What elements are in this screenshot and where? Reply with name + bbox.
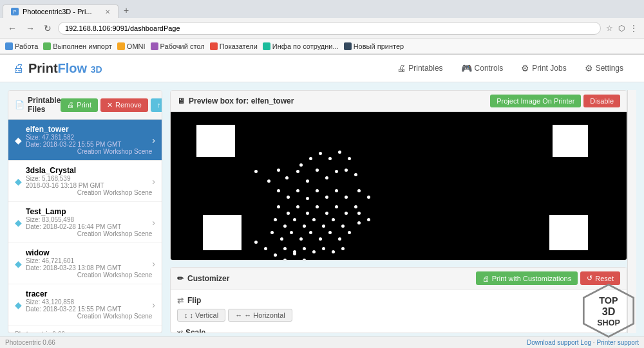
print-with-customizations-button[interactable]: 🖨 Print with Customizations — [476, 271, 578, 285]
bookmark-2[interactable]: Выполнен импорт — [43, 42, 112, 50]
flip-header: ⇄ Flip — [177, 296, 620, 305]
preview-dot — [367, 196, 370, 199]
preview-dot — [325, 196, 328, 199]
project-image-button[interactable]: Project Image On Printer — [490, 95, 581, 107]
file-item-4[interactable]: ◆ widow Size: 46,721,601 Date: 2018-03-2… — [8, 243, 162, 284]
menu-btn[interactable]: ⋮ — [629, 23, 639, 34]
file-name-2: 3dsla_Crystal — [26, 166, 152, 175]
preview-dot — [312, 218, 316, 221]
file-scene-5: Creation Workshop Scene — [26, 313, 152, 320]
preview-dot — [303, 224, 306, 228]
customizer-section: ✏ Customizer 🖨 Print with Customizations… — [170, 267, 627, 333]
svg-text:SHOP: SHOP — [597, 318, 620, 327]
scale-x2-icon: x² — [177, 329, 183, 334]
file-size-2: Size: 5,168,539 — [26, 175, 152, 182]
preview-dot — [285, 176, 289, 179]
file-item-5[interactable]: ◆ tracer Size: 43,120,858 Date: 2018-03-… — [8, 284, 162, 325]
preview-dot — [277, 189, 280, 192]
preview-canvas — [171, 112, 627, 260]
panel-title: 📄 Printable Files — [15, 96, 61, 114]
preview-dot — [312, 250, 316, 253]
preview-dot — [280, 237, 283, 241]
logo-icon: 🖨 — [13, 62, 24, 75]
bookmark-1[interactable]: Работа — [5, 42, 38, 50]
bookmark-5[interactable]: Показатели — [210, 42, 258, 50]
diamond-icon-4: ◆ — [15, 259, 22, 269]
file-name-4: widow — [26, 248, 152, 257]
preview-dot — [335, 205, 338, 208]
vertical-icon: ↕ — [184, 311, 188, 319]
preview-dot — [283, 224, 287, 228]
customizer-title: ✏ Customizer — [177, 274, 229, 283]
shape-4 — [549, 215, 588, 250]
file-arrow-2: › — [152, 176, 155, 187]
file-item-1[interactable]: ◆ elfen_tower Size: 47,361,582 Date: 201… — [8, 120, 162, 161]
file-date-3: Date: 2018-02-28 16:44 PM GMT — [26, 223, 152, 230]
remove-icon: ✕ — [107, 101, 113, 109]
file-scene-1: Creation Workshop Scene — [26, 148, 152, 155]
file-size-3: Size: 83,055,498 — [26, 216, 152, 223]
preview-dot — [264, 247, 267, 250]
preview-dot — [283, 259, 287, 260]
shape-2 — [553, 125, 588, 157]
preview-actions: Project Image On Printer Disable — [490, 95, 620, 107]
preview-dot — [303, 247, 306, 250]
address-bar: ← → ↻ ☆ ⬡ ⋮ — [0, 18, 644, 39]
preview-dot — [335, 170, 338, 173]
file-size-5: Size: 43,120,858 — [26, 298, 152, 306]
print-button[interactable]: 🖨 Print — [61, 98, 98, 112]
nav-settings-label: Settings — [596, 64, 623, 73]
new-tab-button[interactable]: + — [118, 3, 134, 18]
disable-button[interactable]: Disable — [583, 95, 620, 107]
flip-horizontal-button[interactable]: ↔ ↔ Horizontal — [228, 309, 292, 322]
flip-icon: ⇄ — [177, 296, 184, 305]
flip-section: ⇄ Flip ↕ ↕ Vertical ↔ ↔ Horizontal — [177, 296, 620, 322]
preview-dot — [345, 212, 348, 215]
bookmark-6[interactable]: Инфа по сотрудни... — [263, 42, 339, 50]
file-info-4: widow Size: 46,721,601 Date: 2018-03-23 … — [26, 248, 152, 279]
preview-dot — [332, 218, 335, 221]
nav-controls[interactable]: 🎮 Controls — [453, 60, 511, 77]
file-arrow-4: › — [152, 259, 155, 269]
preview-dot — [306, 212, 309, 215]
address-input[interactable] — [58, 22, 601, 35]
nav-printables[interactable]: 🖨 Printables — [389, 60, 450, 77]
preview-dot — [274, 253, 277, 257]
bookmark-3[interactable]: OMNI — [117, 42, 146, 50]
file-size-4: Size: 46,721,601 — [26, 257, 152, 264]
app-header: 🖨 PrintFlow 3D 🖨 Printables 🎮 Controls ⚙… — [0, 55, 644, 82]
file-scene-3: Creation Workshop Scene — [26, 230, 152, 237]
forward-button[interactable]: → — [23, 22, 37, 35]
file-list: ◆ elfen_tower Size: 47,361,582 Date: 201… — [8, 120, 162, 325]
refresh-button[interactable]: ↻ — [41, 22, 54, 35]
diamond-icon-2: ◆ — [15, 176, 22, 187]
preview-dot — [345, 169, 348, 172]
file-arrow-1: › — [152, 135, 155, 145]
nav-settings[interactable]: ⚙ Settings — [577, 60, 631, 77]
diamond-icon-5: ◆ — [15, 300, 22, 310]
nav-print-jobs[interactable]: ⚙ Print Jobs — [513, 60, 574, 77]
svg-text:TOP: TOP — [599, 295, 618, 306]
bookmark-7[interactable]: Новый принтер — [344, 42, 404, 50]
bookmark-4[interactable]: Рабочий стол — [151, 42, 205, 50]
extension-btn[interactable]: ⬡ — [617, 23, 626, 34]
file-item-2[interactable]: ◆ 3dsla_Crystal Size: 5,168,539 2018-03-… — [8, 161, 162, 202]
browser-tab[interactable]: P Photocentric3D - Pri... ✕ — [3, 5, 118, 18]
right-panel: 🖥 Preview box for: elfen_tower Project I… — [170, 90, 627, 333]
preview-dot — [293, 218, 296, 221]
upload-icon: ↑ — [157, 101, 161, 109]
preview-dot — [325, 176, 328, 179]
bookmark-star[interactable]: ☆ — [605, 23, 614, 34]
preview-dot — [306, 197, 309, 200]
preview-dot — [319, 237, 322, 241]
file-name-3: Test_Lamp — [26, 207, 152, 216]
nav-printables-label: Printables — [408, 64, 442, 73]
back-button[interactable]: ← — [5, 22, 19, 35]
tab-close-button[interactable]: ✕ — [105, 8, 110, 15]
upload-button[interactable]: ↑ Upload — [151, 98, 162, 112]
file-item-3[interactable]: ◆ Test_Lamp Size: 83,055,498 Date: 2018-… — [8, 202, 162, 243]
preview-dot — [290, 231, 293, 234]
flip-vertical-button[interactable]: ↕ ↕ Vertical — [177, 309, 225, 322]
file-date-2: 2018-03-16 13:18 PM GMT — [26, 182, 152, 189]
remove-button[interactable]: ✕ Remove — [100, 98, 148, 112]
